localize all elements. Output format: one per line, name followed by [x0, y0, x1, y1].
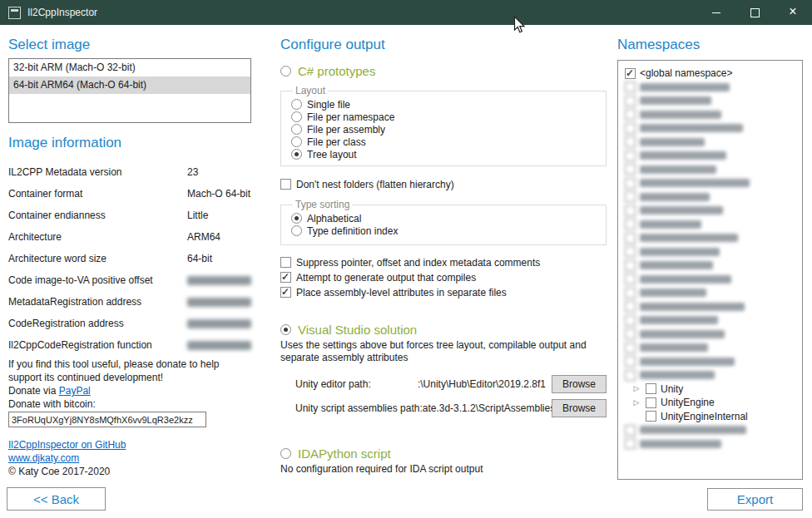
- paypal-link[interactable]: PayPal: [59, 385, 91, 397]
- radio-label: Single file: [307, 99, 350, 111]
- info-label: Architecture word size: [8, 253, 187, 264]
- namespace-item-redacted[interactable]: [621, 328, 799, 342]
- namespace-item-redacted[interactable]: [621, 163, 799, 177]
- browse-button[interactable]: Browse: [552, 375, 607, 393]
- namespace-item-redacted[interactable]: [621, 149, 799, 163]
- namespace-item-redacted[interactable]: [621, 231, 799, 245]
- checkbox-icon: [625, 301, 636, 312]
- namespace-item-redacted[interactable]: [621, 136, 799, 150]
- checkbox-icon: [625, 109, 636, 120]
- namespaces-panel: Namespaces <global namespace>▷Unity▷Unit…: [617, 25, 803, 480]
- namespace-item-redacted[interactable]: [621, 81, 799, 95]
- info-row: Container endiannessLittle: [8, 205, 251, 226]
- checkbox-icon: [625, 260, 636, 271]
- output-checkbox-attempt-to-generate-output-tha[interactable]: Attempt to generate output that compiles: [280, 271, 607, 284]
- namespace-item-redacted[interactable]: [621, 94, 799, 108]
- export-button[interactable]: Export: [707, 488, 803, 511]
- vs-field-unity-script-assemblies-path: Unity script assemblies path:ate.3d-3.1.…: [295, 397, 607, 419]
- info-label: Container format: [8, 188, 187, 200]
- redacted-label: [640, 96, 711, 105]
- checkbox-icon: [625, 288, 636, 298]
- close-button[interactable]: ×: [774, 0, 812, 25]
- redacted-label: [640, 330, 725, 338]
- namespace-item-redacted[interactable]: [621, 273, 799, 287]
- image-list[interactable]: 32-bit ARM (Mach-O 32-bit)64-bit ARM64 (…: [8, 58, 251, 123]
- namespace-item-redacted[interactable]: [621, 286, 799, 300]
- namespace-item-redacted[interactable]: [621, 423, 799, 437]
- output-checkbox-place-assembly-level-attribute[interactable]: Place assembly-level attributes in separ…: [280, 286, 607, 298]
- redacted-label: [640, 151, 726, 160]
- namespace-item-redacted[interactable]: [621, 176, 799, 190]
- website-link[interactable]: www.djkaty.com: [8, 452, 79, 464]
- redacted-label: [640, 179, 750, 187]
- namespace-item-redacted[interactable]: [621, 313, 799, 328]
- visual-studio-solution-radio[interactable]: Visual Studio solution: [280, 322, 607, 337]
- namespace-label: <global namespace>: [640, 67, 732, 79]
- layout-option-single-file[interactable]: Single file: [291, 98, 606, 111]
- namespace-item-global-namespace[interactable]: <global namespace>: [621, 67, 799, 81]
- namespace-item-redacted[interactable]: [621, 204, 799, 218]
- radio-icon: [280, 324, 291, 335]
- info-row: Container formatMach-O 64-bit: [8, 183, 251, 205]
- layout-option-file-per-assembly[interactable]: File per assembly: [291, 123, 606, 136]
- back-button[interactable]: << Back: [7, 487, 106, 511]
- expander-icon[interactable]: ▷: [631, 385, 641, 392]
- image-list-item-64-bit-arm64-mach-o-64-bit[interactable]: 64-bit ARM64 (Mach-O 64-bit): [9, 76, 250, 94]
- namespace-list[interactable]: <global namespace>▷Unity▷UnityEngineUnit…: [617, 60, 803, 480]
- copyright-text: © Katy Coe 2017-2020: [8, 465, 251, 478]
- namespace-item-redacted[interactable]: [621, 355, 799, 369]
- checkbox-icon: [625, 246, 636, 257]
- flatten-hierarchy-checkbox[interactable]: Don't nest folders (flatten hierarchy): [280, 178, 607, 190]
- github-link[interactable]: Il2CppInspector on GitHub: [8, 439, 126, 451]
- namespace-item-redacted[interactable]: [621, 341, 799, 355]
- redacted-label: [640, 343, 708, 352]
- output-checkbox-suppress-pointer-offset-and-in[interactable]: Suppress pointer, offset and index metad…: [280, 256, 607, 269]
- namespace-item-redacted[interactable]: [621, 108, 799, 122]
- namespace-item-unityengineinternal[interactable]: UnityEngineInternal: [621, 410, 799, 424]
- namespace-item-redacted[interactable]: [621, 259, 799, 273]
- image-list-item-32-bit-arm-mach-o-32-bit[interactable]: 32-bit ARM (Mach-O 32-bit): [9, 59, 250, 76]
- namespace-item-unityengine[interactable]: ▷UnityEngine: [621, 396, 799, 410]
- maximize-button[interactable]: [735, 0, 774, 25]
- info-value: Little: [187, 210, 208, 221]
- info-label: Architecture: [8, 231, 187, 243]
- idapython-script-radio[interactable]: IDAPython script: [280, 446, 607, 461]
- maximize-icon: [750, 8, 760, 17]
- checkbox-icon: [625, 438, 636, 449]
- donate-paypal-line: Donate via PayPal: [8, 384, 251, 397]
- checkbox-icon: [625, 136, 636, 147]
- sorting-option-alphabetical[interactable]: Alphabetical: [291, 212, 606, 224]
- bitcoin-address-input[interactable]: [8, 412, 206, 427]
- minimize-button[interactable]: [697, 0, 735, 25]
- radio-label: File per namespace: [307, 111, 394, 123]
- csharp-prototypes-radio[interactable]: C# prototypes: [280, 63, 607, 78]
- namespace-item-redacted[interactable]: [621, 245, 799, 259]
- namespace-item-redacted[interactable]: [621, 190, 799, 205]
- title-bar[interactable]: Il2CppInspector ×: [0, 0, 812, 25]
- checkbox-icon: [625, 315, 636, 326]
- redacted-label: [640, 248, 720, 256]
- checkbox-icon: [625, 150, 636, 161]
- namespace-item-redacted[interactable]: [621, 368, 799, 382]
- redacted-label: [640, 83, 730, 91]
- layout-group-label: Layout: [293, 85, 328, 96]
- radio-icon: [291, 213, 302, 224]
- sorting-option-type-definition-index[interactable]: Type definition index: [291, 224, 606, 237]
- layout-option-tree-layout[interactable]: Tree layout: [291, 148, 606, 160]
- namespace-item-redacted[interactable]: [621, 218, 799, 232]
- idapython-description: No configuration required for IDA script…: [280, 463, 607, 476]
- layout-option-file-per-namespace[interactable]: File per namespace: [291, 111, 606, 123]
- namespace-item-redacted[interactable]: [621, 437, 799, 451]
- expander-icon[interactable]: ▷: [631, 399, 641, 407]
- info-row: Architecture word size64-bit: [8, 248, 251, 269]
- vs-fields: Unity editor path::\Unity\Hub\Editor\201…: [280, 373, 607, 419]
- namespace-item-unity[interactable]: ▷Unity: [621, 382, 799, 397]
- info-row: IL2CPP Metadata version23: [8, 161, 251, 183]
- layout-option-file-per-class[interactable]: File per class: [291, 136, 606, 148]
- namespace-item-redacted[interactable]: [621, 121, 799, 136]
- field-value: ate.3d-3.1.2\ScriptAssemblies: [423, 402, 552, 414]
- redacted-label: [640, 220, 701, 229]
- redacted-label: [640, 206, 723, 215]
- browse-button[interactable]: Browse: [552, 399, 607, 417]
- namespace-item-redacted[interactable]: [621, 300, 799, 314]
